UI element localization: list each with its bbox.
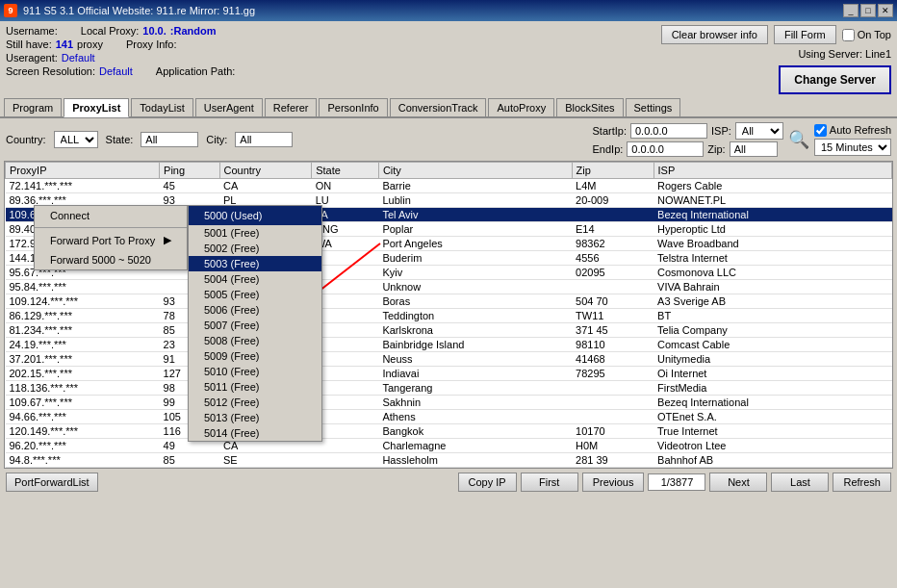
col-isp[interactable]: ISP	[654, 163, 891, 179]
ontop-checkbox[interactable]	[842, 29, 855, 41]
col-state[interactable]: State	[312, 163, 379, 179]
country-select[interactable]: ALL	[54, 131, 98, 148]
minimize-button[interactable]: _	[843, 4, 859, 17]
apppath-label: Application Path:	[156, 65, 236, 77]
localproxy-label: Local Proxy:	[81, 25, 140, 37]
tab-settings[interactable]: Settings	[626, 98, 681, 116]
port-item-5006[interactable]: 5006 (Free)	[189, 302, 321, 318]
useragent-value[interactable]: Default	[62, 52, 95, 64]
screen-value[interactable]: Default	[99, 65, 133, 77]
header-section: Username: Local Proxy: 10.0. :Random Sti…	[0, 21, 897, 98]
port-item-5001[interactable]: 5001 (Free)	[189, 225, 321, 241]
port-item-5003[interactable]: 5003 (Free)	[189, 256, 321, 271]
refresh-button[interactable]: Refresh	[833, 473, 891, 492]
port-item-5012[interactable]: 5012 (Free)	[189, 395, 321, 410]
startip-input[interactable]	[630, 123, 707, 139]
endip-label: EndIp:	[593, 143, 624, 155]
tab-program[interactable]: Program	[4, 98, 62, 116]
previous-button[interactable]: Previous	[582, 473, 645, 492]
table-row[interactable]: 86.129.***.***78GBTeddingtonTW11BT	[6, 309, 892, 323]
port-item-5009[interactable]: 5009 (Free)	[189, 348, 321, 364]
table-row[interactable]: 109.67.***.***99ILSakhninBezeq Internati…	[6, 396, 892, 410]
city-label: City:	[206, 134, 227, 145]
port-item-5000[interactable]: 5000 (Used)	[189, 206, 321, 225]
table-row[interactable]: 202.15.***.***127BRIndiavai78295Oi Inter…	[6, 367, 892, 381]
using-server-label: Using Server: Line1	[798, 48, 891, 60]
table-row[interactable]: 109.124.***.***93SEBoras504 70A3 Sverige…	[6, 294, 892, 309]
col-proxyip[interactable]: ProxyIP	[6, 163, 160, 179]
port-item-5013[interactable]: 5013 (Free)	[189, 410, 321, 425]
col-zip[interactable]: Zip	[572, 163, 654, 179]
auto-refresh-checkbox[interactable]	[814, 124, 827, 137]
table-row[interactable]: 72.141.***.***45CAONBarrieL4MRogers Cabl…	[6, 179, 892, 193]
col-city[interactable]: City	[378, 163, 572, 179]
zip-input[interactable]	[730, 141, 778, 157]
city-input[interactable]	[235, 132, 293, 147]
isp-label: ISP:	[711, 125, 731, 137]
proxy-label: proxy	[77, 38, 103, 50]
col-ping[interactable]: Ping	[160, 163, 219, 179]
state-input[interactable]	[141, 132, 198, 147]
port-item-5004[interactable]: 5004 (Free)	[189, 271, 321, 287]
isp-select[interactable]: All	[735, 122, 783, 140]
context-menu: Connect Forward Port To Proxy ▶ Forward …	[34, 205, 188, 270]
table-row[interactable]: 24.19.***.***23USBainbridge Island98110C…	[6, 338, 892, 352]
tab-blocksites[interactable]: BlockSites	[556, 98, 623, 116]
app-icon: 9	[4, 4, 17, 17]
portforward-list-button[interactable]: PortForwardList	[6, 473, 98, 492]
table-row[interactable]: 37.201.***.***91DENeuss41468Unitymedia	[6, 352, 892, 367]
stillhave-value: 141	[56, 38, 73, 50]
tabs-bar: Program ProxyList TodayList UserAgent Re…	[0, 98, 897, 118]
table-row[interactable]: 94.66.***.***105GRAthensOTEnet S.A.	[6, 410, 892, 424]
screen-label: Screen Resolution:	[6, 65, 95, 77]
country-label: Country:	[6, 134, 46, 145]
table-row[interactable]: 94.8.***.***85SEHassleholm281 39Bahnhof …	[6, 453, 892, 468]
username-label: Username:	[6, 25, 58, 37]
ctx-forward-port[interactable]: Forward Port To Proxy ▶	[35, 230, 187, 250]
proxyinfo-label: Proxy Info:	[126, 38, 177, 50]
tab-autoproxy[interactable]: AutoProxy	[488, 98, 554, 116]
first-button[interactable]: First	[521, 473, 578, 492]
table-row[interactable]: 81.234.***.***85SEKarlskrona371 45Telia …	[6, 323, 892, 338]
table-row[interactable]: 118.136.***.***98IDTangerangFirstMedia	[6, 381, 892, 396]
table-row[interactable]: 96.20.***.***49CACharlemagneH0MVideotron…	[6, 439, 892, 453]
clear-browser-button[interactable]: Clear browser info	[661, 25, 768, 44]
change-server-button[interactable]: Change Server	[779, 65, 891, 94]
tab-useragent[interactable]: UserAgent	[195, 98, 263, 116]
filter-icon: 🔍	[788, 129, 809, 150]
startip-label: StartIp:	[593, 125, 627, 137]
localproxy-ip: 10.0.	[142, 25, 166, 37]
port-item-5014[interactable]: 5014 (Free)	[189, 425, 321, 441]
copy-ip-button[interactable]: Copy IP	[458, 473, 517, 492]
last-button[interactable]: Last	[771, 473, 829, 492]
port-item-5008[interactable]: 5008 (Free)	[189, 333, 321, 348]
table-row[interactable]: 95.84.***.***BHUnknowVIVA Bahrain	[6, 280, 892, 294]
col-country[interactable]: Country	[219, 163, 312, 179]
ontop-label: On Top	[858, 29, 891, 40]
ctx-forward-range[interactable]: Forward 5000 ~ 5020	[35, 250, 187, 269]
port-item-5002[interactable]: 5002 (Free)	[189, 241, 321, 256]
table-row[interactable]: 89.230.***.***93PLLublin20-083Multimedia…	[6, 468, 892, 470]
port-item-5007[interactable]: 5007 (Free)	[189, 318, 321, 333]
refresh-interval-select[interactable]: 15 Minutes	[814, 139, 891, 156]
ctx-connect[interactable]: Connect	[35, 206, 187, 225]
auto-refresh-label: Auto Refresh	[830, 124, 891, 136]
tab-personinfo[interactable]: PersonInfo	[319, 98, 387, 116]
port-item-5011[interactable]: 5011 (Free)	[189, 379, 321, 395]
port-item-5005[interactable]: 5005 (Free)	[189, 287, 321, 302]
title-text: 911 S5 3.1 Official Website: 911.re Mirr…	[23, 5, 255, 16]
maximize-button[interactable]: □	[860, 4, 876, 17]
fill-form-button[interactable]: Fill Form	[774, 25, 836, 44]
tab-referer[interactable]: Referer	[265, 98, 318, 116]
endip-input[interactable]	[627, 141, 704, 157]
next-button[interactable]: Next	[709, 473, 767, 492]
tab-conversiontrack[interactable]: ConversionTrack	[390, 98, 487, 116]
port-item-5010[interactable]: 5010 (Free)	[189, 364, 321, 379]
proxy-table-container: ProxyIP Ping Country State City Zip ISP …	[4, 161, 893, 469]
state-label: State:	[106, 134, 134, 145]
tab-todaylist[interactable]: TodayList	[131, 98, 192, 116]
close-button[interactable]: ✕	[878, 4, 893, 17]
table-row[interactable]: 120.149.***.***116THBangkok10170True Int…	[6, 424, 892, 439]
title-bar: 9 911 S5 3.1 Official Website: 911.re Mi…	[0, 0, 897, 21]
tab-proxylist[interactable]: ProxyList	[64, 98, 129, 117]
